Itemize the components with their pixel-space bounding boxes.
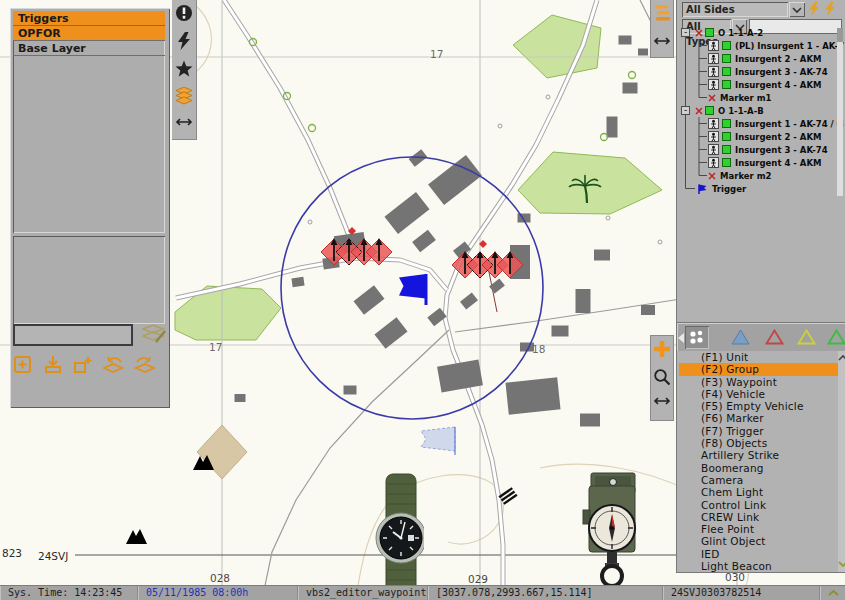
add-layer-button[interactable]: [13, 355, 33, 375]
delete-x-icon: [708, 94, 716, 102]
map-layers-icon[interactable]: [653, 4, 671, 22]
collapse-left-icon[interactable]: [678, 333, 685, 343]
import-layer-button[interactable]: [43, 355, 63, 375]
side-color-box: [722, 132, 731, 141]
map-toolbar-mid: [650, 335, 674, 421]
tree-row-unit[interactable]: Insurgent 2 - AKM: [679, 52, 844, 65]
side-color-box: [722, 54, 731, 63]
tree-label: Insurgent 1 - AK-74 / GP-25: [735, 119, 844, 129]
editor-mode: vbs2_editor_waypoint: [298, 586, 428, 600]
tree-row-unit[interactable]: Insurgent 2 - AKM: [679, 130, 844, 143]
create-menu-item[interactable]: Camera: [679, 474, 838, 486]
create-menu-item[interactable]: (F6) Marker: [679, 412, 838, 424]
merge-layer-up-button[interactable]: [103, 355, 123, 375]
tree-row-marker[interactable]: Marker m2: [679, 169, 844, 182]
collapse-arrow-icon[interactable]: [653, 34, 671, 52]
tree-label: Insurgent 3 - AK-74: [735, 67, 828, 77]
side-color-box: [722, 145, 731, 154]
side-independent-icon[interactable]: [797, 329, 816, 345]
grid-label: 17: [430, 48, 443, 60]
star-icon[interactable]: [175, 60, 193, 78]
create-menu-item[interactable]: (F1) Unit: [679, 351, 838, 363]
layer-filter-input[interactable]: [13, 324, 133, 346]
layer-item[interactable]: OPFOR: [13, 26, 165, 41]
grid-label: 17: [209, 341, 222, 353]
add-icon[interactable]: [653, 340, 671, 358]
sides-filter[interactable]: All Sides: [682, 2, 788, 17]
tree-row-group[interactable]: -O 1-1-A-B: [679, 104, 844, 117]
system-time: Sys. Time: 14:23:45: [0, 586, 138, 600]
lightning-icon[interactable]: [175, 32, 193, 50]
watch-overlay[interactable]: [372, 472, 424, 598]
layer-list: TriggersOPFORBase Layer: [13, 11, 165, 233]
create-menu-item[interactable]: (F8) Objects: [679, 437, 838, 449]
merge-layer-down-button[interactable]: [133, 355, 153, 375]
tree-row-trigger[interactable]: Trigger: [679, 182, 844, 195]
create-menu-scrollbar[interactable]: [838, 351, 845, 572]
create-menu-item[interactable]: IED: [679, 548, 838, 560]
layer-item[interactable]: Triggers: [13, 11, 165, 26]
resize-horizontal-icon[interactable]: [175, 115, 193, 133]
create-menu-item[interactable]: CREW Link: [679, 511, 838, 523]
create-menu-item[interactable]: Control Link: [679, 499, 838, 511]
delete-x-icon: [695, 29, 703, 37]
tree-row-group[interactable]: -O 1-1-A-2: [679, 26, 844, 39]
grid-label: 18: [532, 343, 545, 355]
quick-filter-icon-2[interactable]: [824, 2, 836, 17]
tree-row-unit[interactable]: Insurgent 1 - AK-74 / GP-25: [679, 117, 844, 130]
side-blufor-icon[interactable]: [731, 329, 750, 345]
edit-layer-icon[interactable]: [142, 322, 168, 348]
side-color-box: [722, 41, 731, 50]
create-menu-item[interactable]: (F5) Empty Vehicle: [679, 400, 838, 412]
tree-row-marker[interactable]: Marker m1: [679, 91, 844, 104]
create-menu-item[interactable]: (F7) Trigger: [679, 425, 838, 437]
create-menu-item[interactable]: Artillery Strike: [679, 449, 838, 461]
create-menu-item[interactable]: (F4) Vehicle: [679, 388, 838, 400]
tree-label: Trigger: [712, 184, 746, 194]
tree-scrollbar[interactable]: [837, 28, 843, 196]
expand-toggle[interactable]: -: [681, 28, 690, 37]
statusbar-expand-icon[interactable]: [820, 586, 845, 600]
side-opfor-icon[interactable]: [765, 329, 784, 345]
layer-item[interactable]: Base Layer: [13, 41, 165, 56]
tree-row-unit[interactable]: Insurgent 4 - AKM: [679, 156, 844, 169]
tree-row-unit[interactable]: Insurgent 3 - AK-74: [679, 143, 844, 156]
create-menu-item[interactable]: Flee Point: [679, 523, 838, 535]
zoom-icon[interactable]: [653, 368, 671, 386]
tree-row-unit[interactable]: Insurgent 3 - AK-74: [679, 65, 844, 78]
expand-toggle[interactable]: -: [681, 106, 690, 115]
building: [638, 49, 648, 56]
entity-tree: -O 1-1-A-2(PL) Insurgent 1 - AK-74 / GIn…: [679, 26, 844, 198]
grid-label: 823: [2, 547, 22, 559]
tree-row-unit[interactable]: Insurgent 4 - AKM: [679, 78, 844, 91]
grid-label: 029: [468, 573, 488, 585]
create-menu-item[interactable]: Boomerang: [679, 462, 838, 474]
building: [505, 377, 560, 414]
compass-overlay[interactable]: [579, 470, 643, 600]
tree-label: O 1-1-A-B: [718, 106, 764, 116]
tree-label: O 1-1-A-2: [718, 28, 763, 38]
layers-icon[interactable]: [175, 87, 193, 105]
create-menu-item[interactable]: Glint Object: [679, 535, 838, 547]
sides-dropdown-button[interactable]: [789, 2, 805, 17]
create-menu-item[interactable]: (F3) Waypoint: [679, 376, 838, 388]
create-menu-item[interactable]: Chem Light: [679, 486, 838, 498]
side-civilian-icon[interactable]: [827, 329, 845, 345]
trigger-flag-icon: [696, 183, 708, 195]
quick-filter-icon-1[interactable]: [808, 2, 820, 17]
create-menu-item[interactable]: Light Beacon: [679, 560, 838, 572]
pan-arrow-icon[interactable]: [653, 394, 671, 412]
side-color-box: [705, 28, 714, 37]
soldier-icon: [708, 66, 719, 77]
export-layer-button[interactable]: [73, 355, 93, 375]
building: [623, 83, 638, 94]
info-icon[interactable]: [175, 4, 193, 22]
tree-row-unit[interactable]: (PL) Insurgent 1 - AK-74 / G: [679, 39, 844, 52]
scroll-down-icon[interactable]: [838, 560, 845, 568]
scroll-up-icon[interactable]: [838, 354, 845, 362]
tree-label: Marker m2: [720, 171, 772, 181]
vbs2-editor-window: 17171882324SVJ028029030: [0, 0, 845, 600]
units-filter-icon[interactable]: [685, 326, 709, 349]
create-menu-item[interactable]: (F2) Group: [679, 363, 838, 375]
grid-label: 028: [210, 572, 230, 584]
